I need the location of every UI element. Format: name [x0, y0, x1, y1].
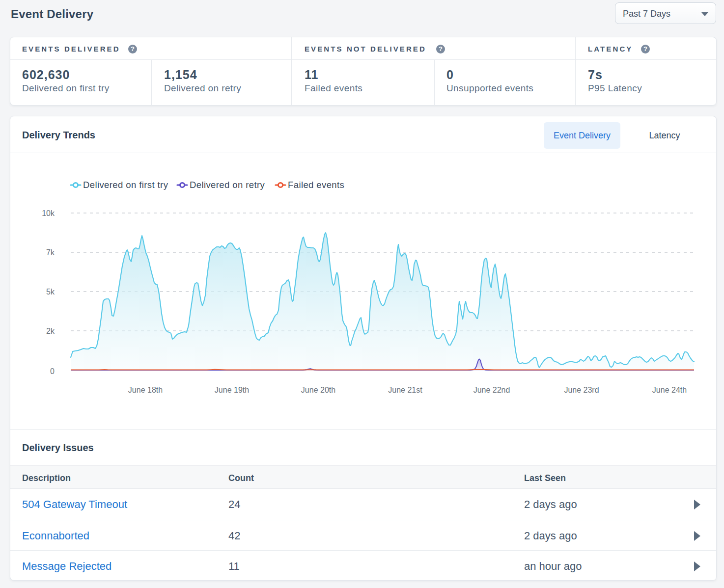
svg-text:Failed events: Failed events	[288, 180, 344, 190]
svg-text:June 22nd: June 22nd	[473, 386, 510, 394]
svg-text:0: 0	[50, 367, 55, 375]
svg-text:Delivered on first try: Delivered on first try	[83, 180, 168, 190]
svg-text:June 24th: June 24th	[652, 386, 687, 394]
svg-text:2k: 2k	[46, 327, 55, 335]
svg-text:June 19th: June 19th	[215, 386, 249, 394]
svg-text:June 18th: June 18th	[128, 386, 163, 394]
svg-text:June 20th: June 20th	[301, 386, 335, 394]
svg-text:June 23rd: June 23rd	[564, 386, 599, 394]
svg-text:7k: 7k	[46, 248, 55, 257]
svg-text:June 21st: June 21st	[388, 386, 422, 394]
svg-text:10k: 10k	[42, 209, 55, 217]
svg-text:5k: 5k	[46, 288, 55, 296]
svg-text:Delivered on retry: Delivered on retry	[190, 180, 265, 190]
